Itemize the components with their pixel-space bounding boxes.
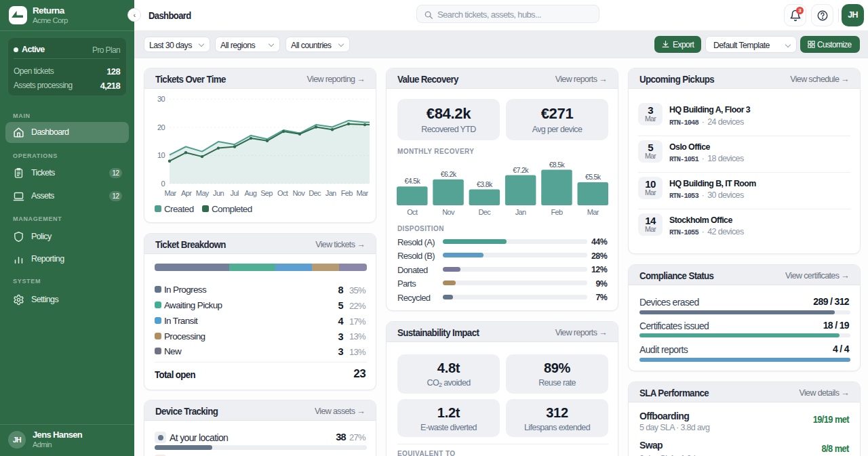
svg-text:Jun: Jun — [213, 189, 224, 197]
svg-text:Jan: Jan — [326, 189, 336, 197]
svg-text:Nov: Nov — [292, 189, 305, 197]
svg-text:Oct: Oct — [407, 208, 418, 216]
svg-text:Jul: Jul — [231, 189, 239, 197]
svg-text:Mar: Mar — [587, 208, 599, 216]
svg-text:Feb: Feb — [341, 189, 353, 197]
svg-text:Aug: Aug — [244, 189, 256, 197]
svg-text:€4.5k: €4.5k — [405, 177, 421, 185]
svg-text:0: 0 — [161, 180, 165, 188]
svg-text:Dec: Dec — [309, 189, 321, 197]
svg-text:10: 10 — [157, 151, 165, 159]
svg-text:30: 30 — [157, 95, 165, 103]
svg-text:Apr: Apr — [181, 189, 192, 197]
svg-text:Mar: Mar — [356, 189, 368, 197]
svg-text:Sep: Sep — [260, 189, 273, 197]
svg-text:€8.5k: €8.5k — [549, 161, 566, 169]
svg-text:May: May — [196, 189, 210, 197]
svg-text:20: 20 — [157, 123, 165, 131]
svg-text:Jan: Jan — [515, 208, 526, 216]
svg-text:Feb: Feb — [551, 208, 563, 216]
svg-text:€6.2k: €6.2k — [441, 170, 457, 178]
svg-text:Mar: Mar — [164, 189, 176, 197]
svg-text:€5.5k: €5.5k — [585, 173, 601, 181]
svg-text:€7.2k: €7.2k — [513, 166, 529, 174]
svg-text:€3.8k: €3.8k — [477, 180, 493, 188]
svg-text:Nov: Nov — [442, 208, 455, 216]
svg-text:Oct: Oct — [277, 189, 288, 197]
svg-text:Dec: Dec — [478, 208, 491, 216]
